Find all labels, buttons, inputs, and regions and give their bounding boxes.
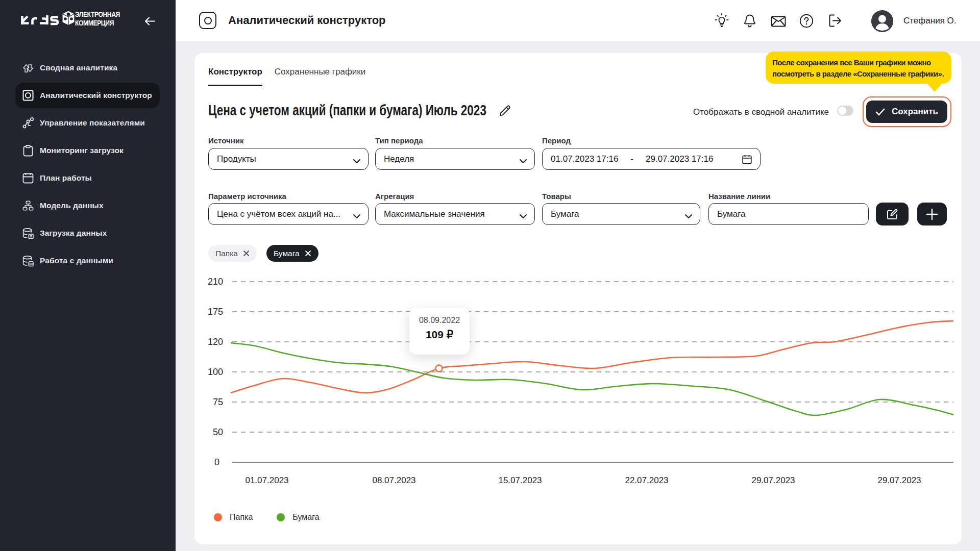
svg-text:01.07.2023: 01.07.2023 <box>245 475 288 485</box>
svg-text:29.07.2023: 29.07.2023 <box>751 475 795 485</box>
svg-text:50: 50 <box>213 427 223 437</box>
svg-text:SQL: SQL <box>30 263 34 265</box>
svg-text:120: 120 <box>208 337 223 347</box>
svg-text:210: 210 <box>208 277 223 287</box>
svg-text:ЭЛЕКТРОННАЯ: ЭЛЕКТРОННАЯ <box>75 11 120 19</box>
svg-text:175: 175 <box>208 307 223 317</box>
svg-text:29.07.2023: 29.07.2023 <box>877 475 921 485</box>
svg-text:КОММЕРЦИЯ: КОММЕРЦИЯ <box>75 19 114 27</box>
svg-text:0: 0 <box>214 457 219 467</box>
svg-text:08.07.2023: 08.07.2023 <box>372 475 415 485</box>
svg-text:22.07.2023: 22.07.2023 <box>625 475 668 485</box>
svg-text:15.07.2023: 15.07.2023 <box>498 475 542 485</box>
svg-text:100: 100 <box>208 367 223 377</box>
svg-text:75: 75 <box>213 397 223 407</box>
